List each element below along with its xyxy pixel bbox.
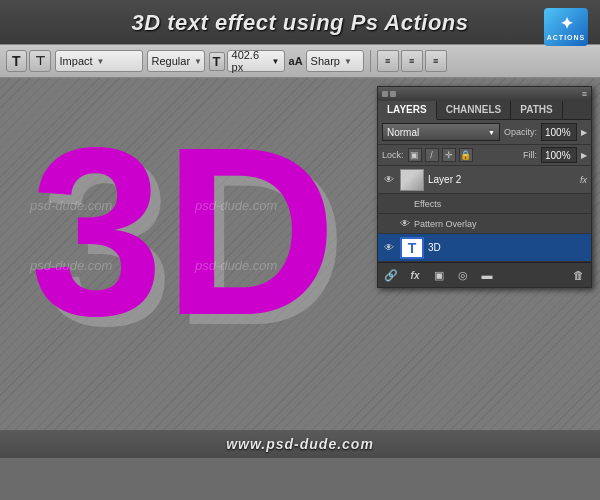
footer: www.psd-dude.com bbox=[0, 430, 600, 458]
align-group: ≡ ≡ ≡ bbox=[377, 50, 447, 72]
orient-tool-button[interactable]: ⊤ bbox=[29, 50, 51, 72]
blend-mode-dropdown[interactable]: Normal ▼ bbox=[382, 123, 500, 141]
align-center-icon: ≡ bbox=[409, 56, 414, 66]
new-layer-button[interactable]: ▬ bbox=[478, 266, 496, 284]
text-tool-group: T ⊤ bbox=[6, 50, 51, 72]
delete-layer-button[interactable]: 🗑 bbox=[569, 266, 587, 284]
layer2-name: Layer 2 bbox=[428, 174, 576, 185]
font-style-dropdown[interactable]: Regular ▼ bbox=[147, 50, 205, 72]
panel-menu-icon[interactable]: ≡ bbox=[582, 89, 587, 99]
link-icon-button[interactable]: 🔗 bbox=[382, 266, 400, 284]
font-family-dropdown[interactable]: Impact ▼ bbox=[55, 50, 143, 72]
watermark-2: psd-dude.com bbox=[30, 258, 112, 273]
panel-tabs: LAYERS CHANNELS PATHS bbox=[378, 101, 591, 120]
layer2-fx-icon: fx bbox=[580, 175, 587, 185]
fill-arrow[interactable]: ▶ bbox=[581, 151, 587, 160]
3d-visibility-icon[interactable]: 👁 bbox=[382, 241, 396, 255]
actions-label: ACTIONS bbox=[547, 34, 586, 41]
lock-paint-icon: / bbox=[430, 150, 433, 160]
header: 3D text effect using Ps Actions ✦ ACTION… bbox=[0, 0, 600, 44]
actions-icon: ✦ bbox=[560, 14, 573, 33]
panel-bottom-toolbar: 🔗 fx ▣ ◎ ▬ 🗑 bbox=[378, 262, 591, 287]
fx-button[interactable]: fx bbox=[406, 266, 424, 284]
layer-row-3d[interactable]: 👁 T 3D bbox=[378, 234, 591, 262]
lock-icons: ▣ / ✛ 🔒 bbox=[408, 148, 473, 162]
layer-row-layer2[interactable]: 👁 Layer 2 fx bbox=[378, 166, 591, 194]
font-style-arrow: ▼ bbox=[194, 57, 202, 66]
layer-row-effects[interactable]: Effects bbox=[378, 194, 591, 214]
canvas-area: 3D 3D psd-dude.com psd-dude.com psd-dude… bbox=[0, 78, 600, 458]
layer2-visibility-icon[interactable]: 👁 bbox=[382, 173, 396, 187]
align-left-button[interactable]: ≡ bbox=[377, 50, 399, 72]
3d-layer-name: 3D bbox=[428, 242, 587, 253]
tab-channels[interactable]: CHANNELS bbox=[437, 101, 512, 119]
lock-label: Lock: bbox=[382, 150, 404, 160]
layer2-thumbnail bbox=[400, 169, 424, 191]
pattern-visibility-icon[interactable]: 👁 bbox=[400, 217, 410, 231]
panel-titlebar: ≡ bbox=[378, 87, 591, 101]
text-main: 3D bbox=[30, 93, 337, 369]
lock-transparent-button[interactable]: ▣ bbox=[408, 148, 422, 162]
lock-row: Lock: ▣ / ✛ 🔒 Fill: 100% ▶ bbox=[378, 145, 591, 166]
font-size-group: T 402.6 px ▼ bbox=[209, 50, 285, 72]
opacity-input[interactable]: 100% bbox=[541, 123, 577, 141]
pattern-overlay-label: Pattern Overlay bbox=[414, 219, 587, 229]
adjustment-button[interactable]: ▣ bbox=[430, 266, 448, 284]
fill-label: Fill: bbox=[523, 150, 537, 160]
align-right-icon: ≡ bbox=[433, 56, 438, 66]
anti-alias-dropdown[interactable]: Sharp ▼ bbox=[306, 50, 364, 72]
group-button[interactable]: ◎ bbox=[454, 266, 472, 284]
text-tool-button[interactable]: T bbox=[6, 50, 27, 72]
toolbar-separator bbox=[370, 50, 371, 72]
font-family-arrow: ▼ bbox=[97, 57, 105, 66]
tab-paths[interactable]: PATHS bbox=[511, 101, 562, 119]
lock-all-icon: 🔒 bbox=[460, 150, 471, 160]
page-title: 3D text effect using Ps Actions bbox=[0, 10, 600, 36]
watermark-4: psd-dude.com bbox=[195, 258, 277, 273]
layer-row-pattern-overlay[interactable]: 👁 Pattern Overlay bbox=[378, 214, 591, 234]
footer-url: www.psd-dude.com bbox=[226, 436, 374, 452]
watermark-1: psd-dude.com bbox=[30, 198, 112, 213]
tab-layers[interactable]: LAYERS bbox=[378, 101, 437, 120]
font-size-icon: T bbox=[209, 52, 225, 71]
titlebar-dots bbox=[382, 91, 396, 97]
orient-icon: ⊤ bbox=[35, 54, 45, 68]
dot-2 bbox=[390, 91, 396, 97]
opacity-arrow[interactable]: ▶ bbox=[581, 128, 587, 137]
layers-panel: ≡ LAYERS CHANNELS PATHS Normal ▼ Opacity… bbox=[377, 86, 592, 288]
effects-label: Effects bbox=[414, 199, 587, 209]
lock-paint-button[interactable]: / bbox=[425, 148, 439, 162]
dot-1 bbox=[382, 91, 388, 97]
font-size-arrow: ▼ bbox=[272, 57, 280, 66]
toolbar: T ⊤ Impact ▼ Regular ▼ T 402.6 px ▼ aA S… bbox=[0, 44, 600, 78]
lock-all-button[interactable]: 🔒 bbox=[459, 148, 473, 162]
opacity-label: Opacity: bbox=[504, 127, 537, 137]
watermark-3: psd-dude.com bbox=[195, 198, 277, 213]
align-right-button[interactable]: ≡ bbox=[425, 50, 447, 72]
align-center-button[interactable]: ≡ bbox=[401, 50, 423, 72]
aa-arrow: ▼ bbox=[344, 57, 352, 66]
3d-thumbnail: T bbox=[400, 237, 424, 259]
effects-visibility-icon[interactable] bbox=[400, 197, 410, 211]
blend-mode-arrow: ▼ bbox=[488, 129, 495, 136]
lock-position-button[interactable]: ✛ bbox=[442, 148, 456, 162]
font-size-input[interactable]: 402.6 px ▼ bbox=[227, 50, 285, 72]
lock-transparent-icon: ▣ bbox=[410, 150, 419, 160]
anti-alias-group: aA Sharp ▼ bbox=[289, 50, 364, 72]
fill-input[interactable]: 100% bbox=[541, 147, 577, 163]
lock-position-icon: ✛ bbox=[445, 150, 453, 160]
actions-badge: ✦ ACTIONS bbox=[544, 8, 588, 46]
align-left-icon: ≡ bbox=[385, 56, 390, 66]
blend-mode-row: Normal ▼ Opacity: 100% ▶ bbox=[378, 120, 591, 145]
